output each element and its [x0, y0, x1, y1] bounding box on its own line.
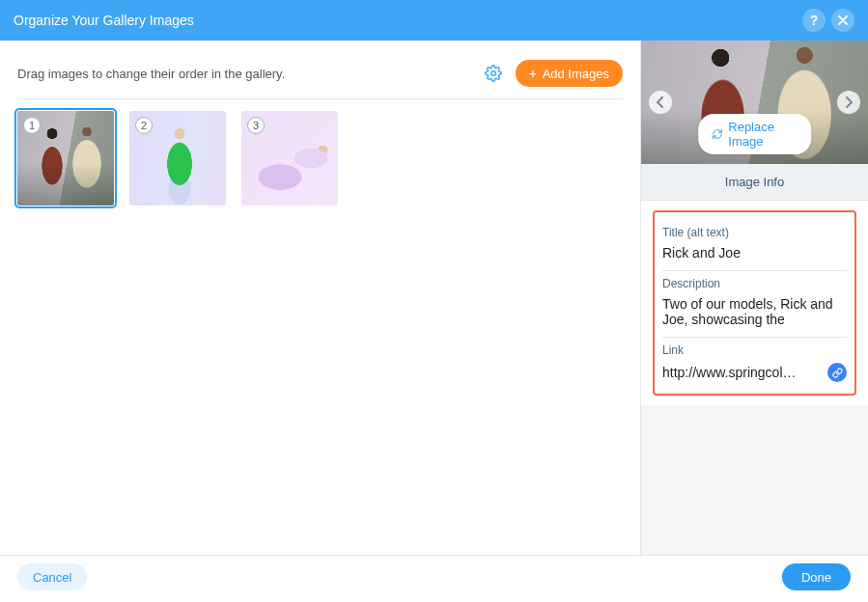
dialog-footer: Cancel Done [0, 555, 868, 598]
add-images-button[interactable]: + Add Images [516, 60, 623, 87]
help-button[interactable]: ? [802, 9, 826, 32]
replace-image-button[interactable]: Replace Image [698, 114, 812, 154]
replace-icon [712, 127, 723, 141]
prev-image-button[interactable] [649, 91, 672, 114]
close-button[interactable] [831, 9, 854, 32]
instruction-text: Drag images to change their order in the… [17, 67, 485, 81]
image-info-header: Image Info [641, 164, 868, 201]
title-field-value[interactable]: Rick and Joe [662, 239, 847, 270]
next-image-button[interactable] [837, 91, 860, 114]
image-info-sidebar: Replace Image Image Info Title (alt text… [641, 41, 868, 555]
help-icon: ? [810, 13, 819, 28]
cancel-button[interactable]: Cancel [17, 563, 87, 590]
description-field-label: Description [662, 277, 847, 290]
replace-image-label: Replace Image [728, 120, 798, 149]
chevron-left-icon [656, 96, 665, 108]
add-images-label: Add Images [543, 67, 609, 81]
link-field-value[interactable]: http://www.springcol… [662, 365, 797, 380]
dialog-title: Organize Your Gallery Images [14, 13, 797, 28]
image-preview: Replace Image [641, 41, 868, 164]
done-button[interactable]: Done [782, 563, 851, 590]
plus-icon: + [529, 67, 537, 81]
settings-icon[interactable] [485, 65, 502, 82]
title-field-label: Title (alt text) [662, 226, 847, 239]
gallery-thumb[interactable]: 3 [241, 111, 338, 205]
chevron-right-icon [844, 96, 854, 108]
divider [662, 270, 847, 271]
svg-point-0 [491, 71, 496, 76]
thumbnail-row: 1 2 3 [17, 111, 623, 205]
image-info-fields: Title (alt text) Rick and Joe Descriptio… [653, 210, 856, 396]
thumb-number-badge: 2 [135, 117, 153, 134]
gallery-toolbar: Drag images to change their order in the… [17, 60, 623, 99]
link-field-label: Link [662, 343, 847, 357]
dialog-header: Organize Your Gallery Images ? [0, 0, 868, 41]
thumb-number-badge: 3 [247, 117, 265, 134]
description-field-value[interactable]: Two of our models, Rick and Joe, showcas… [662, 290, 847, 337]
gallery-thumb[interactable]: 1 [17, 111, 114, 205]
divider [662, 337, 847, 338]
link-icon-badge[interactable] [827, 363, 847, 382]
thumb-number-badge: 1 [23, 117, 41, 134]
close-icon [838, 15, 848, 25]
link-icon [832, 368, 843, 378]
gallery-thumb[interactable]: 2 [129, 111, 226, 205]
gallery-panel: Drag images to change their order in the… [0, 41, 641, 555]
